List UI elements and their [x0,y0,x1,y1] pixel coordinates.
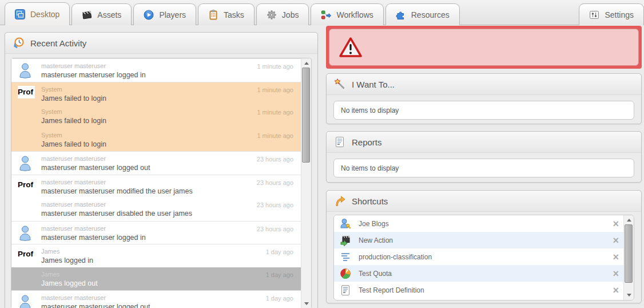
tasks-icon [208,10,218,20]
activity-message: James failed to login [41,140,293,148]
tab[interactable]: Assets [71,3,132,25]
scroll-down-button[interactable] [301,299,311,308]
activity-message: masteruser masteruser logged in [41,234,293,242]
tab-settings[interactable]: Settings [579,3,644,25]
activity-row[interactable]: masteruser masteruser masteruser masteru… [11,221,301,244]
shortcut-row[interactable]: New Action × [334,232,624,248]
classification-icon [340,251,351,263]
shortcuts-panel: Shortcuts Joe Blogs × New Action × [326,190,642,303]
activity-scrollbar[interactable] [301,58,311,308]
scroll-up-button[interactable] [301,59,311,68]
tab[interactable]: Workflows [311,3,383,25]
wand-icon [334,78,345,90]
remove-shortcut-button[interactable]: × [613,219,619,229]
activity-message: masteruser masteruser disabled the user … [41,210,293,218]
tab[interactable]: Tasks [198,3,255,25]
tabbar: Desktop Assets Players Tasks [0,0,644,25]
arrow-up-icon [627,219,631,222]
jobs-icon [267,10,277,20]
activity-row[interactable]: masteruser masteruser masteruser masteru… [11,58,301,82]
empty-message-box: No items to display [333,159,634,177]
scroll-down-button[interactable] [624,291,634,299]
shortcut-row[interactable]: Test Quota × [334,265,624,282]
activity-time: 23 hours ago [257,202,293,208]
tab-label: Workflows [336,10,373,19]
reports-icon [334,136,345,148]
activity-row[interactable]: masteruser masteruser masteruser masteru… [11,151,301,175]
report-doc-icon [340,285,351,296]
reports-panel: Reports No items to display [326,131,642,183]
activity-row[interactable]: Prof James James logged in 1 day ago [11,244,301,267]
activity-user: System [41,108,293,115]
activity-row[interactable]: masteruser masteruser masteruser masteru… [11,198,301,221]
tab-label: Settings [605,10,634,19]
activity-row[interactable]: Prof System James failed to login 1 minu… [11,82,301,105]
remove-shortcut-button[interactable]: × [613,285,619,295]
activity-row[interactable]: masteruser masteruser masteruser masteru… [11,290,301,308]
activity-time: 23 hours ago [257,226,293,232]
activity-user: System [41,86,293,93]
failed-alerts-banner [326,26,642,69]
activity-list: masteruser masteruser masteruser masteru… [11,58,301,308]
remove-shortcut-button[interactable]: × [613,268,619,279]
activity-user: masteruser masteruser [41,155,293,162]
shortcuts-header: Shortcuts [327,191,641,212]
remove-shortcut-button[interactable]: × [613,252,619,262]
shortcut-row[interactable]: Test Report Definition × [334,282,624,298]
user-icon [18,62,36,80]
shortcut-list-box: Joe Blogs × New Action × production-clas… [333,215,634,301]
tab[interactable]: Resources [385,3,460,25]
activity-row[interactable]: Prof masteruser masteruser masteruser ma… [11,175,301,198]
activity-time: 1 minute ago [257,132,293,139]
shortcut-label: Joe Blogs [359,220,389,228]
activity-message: James logged out [41,279,293,287]
settings-icon [589,10,599,20]
shortcuts-icon [334,195,345,207]
activity-time: 23 hours ago [257,179,293,186]
i-want-to-header: I Want To... [327,74,641,95]
activity-user: James [41,248,293,255]
panel-title: Recent Activity [30,38,86,48]
tab[interactable]: Players [133,3,196,25]
panel-title: I Want To... [352,80,395,89]
profile-broken-icon: Prof [18,86,36,103]
activity-time: 1 day ago [266,248,293,255]
activity-row[interactable]: System James failed to login 1 minute ag… [11,105,301,128]
tab[interactable]: Desktop [5,2,70,25]
activity-row[interactable]: James James logged out 1 day ago [11,267,301,291]
activity-user: James [41,271,293,278]
activity-message: masteruser masteruser logged out [41,303,293,308]
activity-time: 23 hours ago [257,156,293,163]
activity-row[interactable]: System James failed to login 1 minute ag… [11,128,301,152]
user-icon [18,294,36,308]
tab-label: Resources [411,10,450,19]
tab-label: Tasks [224,10,244,19]
scroll-up-button[interactable] [624,216,634,224]
remove-shortcut-button[interactable]: × [613,235,619,246]
empty-message: No items to display [341,106,399,114]
shortcut-row[interactable]: production-classification × [334,248,624,265]
scrollbar-thumb[interactable] [302,68,310,163]
shortcut-label: production-classification [359,253,432,261]
activity-list-box: masteruser masteruser masteruser masteru… [11,58,312,308]
warning-icon [339,37,362,58]
tab-list: Desktop Assets Players Tasks [5,2,460,25]
shortcut-row[interactable]: Joe Blogs × [334,215,624,232]
quota-pie-icon [340,268,351,279]
shortcut-label: Test Report Definition [359,286,424,294]
arrow-up-icon [304,62,309,65]
shortcuts-scrollbar[interactable] [623,215,634,300]
activity-message: masteruser masteruser logged in [41,71,293,79]
tab-label: Jobs [282,10,299,19]
arrow-down-icon [627,294,631,297]
scrollbar-thumb[interactable] [625,224,633,283]
activity-user: masteruser masteruser [41,225,293,232]
activity-user: masteruser masteruser [41,201,293,208]
tab-list-right: Settings [579,3,644,25]
activity-message: masteruser masteruser logged out [41,164,293,172]
activity-message: James failed to login [41,94,293,102]
activity-time: 1 day ago [266,271,293,278]
activity-message: masteruser masteruser modified the user … [41,187,293,195]
recent-activity-header: Recent Activity [5,33,317,54]
tab[interactable]: Jobs [256,3,309,25]
